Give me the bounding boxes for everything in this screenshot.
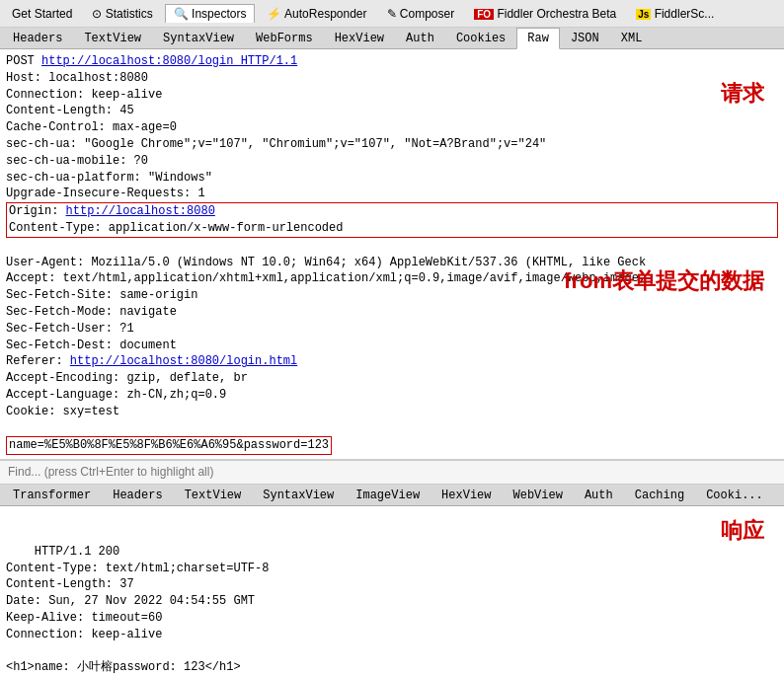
tab-syntaxview[interactable]: SyntaxView — [152, 28, 245, 48]
request-header-cache-control: Cache-Control: max-age=0 — [6, 120, 177, 134]
request-first-line: POST http://localhost:8080/login HTTP/1.… — [6, 54, 297, 68]
request-url-link[interactable]: http://localhost:8080/login HTTP/1.1 — [41, 54, 297, 68]
response-tab-bar: Transformer Headers TextView SyntaxView … — [0, 485, 784, 506]
find-input[interactable] — [8, 465, 776, 479]
response-text: HTTP/1.1 200 Content-Type: text/html;cha… — [6, 545, 269, 675]
request-content[interactable]: POST http://localhost:8080/login HTTP/1.… — [0, 49, 784, 459]
request-highlighted-origin: Origin: http://localhost:8080 Content-Ty… — [6, 202, 778, 238]
request-header-sec-ch-ua-platform: sec-ch-ua-platform: "Windows" — [6, 171, 212, 185]
request-header-content-length: Content-Length: 45 — [6, 104, 134, 117]
request-header-accept: Accept: text/html,application/xhtml+xml,… — [6, 271, 646, 285]
annotation-request: 请求 — [721, 79, 764, 109]
request-body: name=%E5%B0%8F%E5%8F%B6%E6%A6%95&passwor… — [6, 436, 332, 455]
tab-cookies[interactable]: Cookies — [445, 28, 516, 48]
tab-hexview[interactable]: HexView — [324, 28, 395, 48]
tab-raw[interactable]: Raw — [516, 28, 560, 49]
tab-caching[interactable]: Caching — [624, 485, 695, 505]
request-header-user-agent: User-Agent: Mozilla/5.0 (Windows NT 10.0… — [6, 256, 646, 269]
statistics-button[interactable]: ⊙ Statistics — [84, 5, 160, 23]
tab-response-headers[interactable]: Headers — [102, 485, 173, 505]
request-header-sec-ch-ua-mobile: sec-ch-ua-mobile: ?0 — [6, 154, 148, 168]
annotation-response: 响应 — [721, 516, 764, 547]
request-header-accept-encoding: Accept-Encoding: gzip, deflate, br — [6, 371, 248, 385]
inspectors-button[interactable]: 🔍 Inspectors — [165, 4, 256, 23]
composer-icon: ✎ — [387, 7, 397, 21]
tab-webforms[interactable]: WebForms — [245, 28, 324, 48]
tab-response-hexview[interactable]: HexView — [431, 485, 502, 505]
tab-imageview[interactable]: ImageView — [345, 485, 431, 505]
request-header-sec-fetch-dest: Sec-Fetch-Dest: document — [6, 338, 177, 352]
request-panel: 请求 from表单提交的数据 POST http://localhost:808… — [0, 49, 784, 460]
request-tab-bar: Headers TextView SyntaxView WebForms Hex… — [0, 28, 784, 49]
inspectors-icon: 🔍 — [174, 7, 189, 21]
tab-transformer[interactable]: Transformer — [2, 485, 102, 505]
get-started-button[interactable]: Get Started — [4, 5, 80, 23]
tab-json[interactable]: JSON — [560, 28, 610, 48]
fiddlersc-icon: Js — [636, 9, 651, 20]
request-header-accept-language: Accept-Language: zh-CN,zh;q=0.9 — [6, 388, 226, 402]
tab-textview[interactable]: TextView — [73, 28, 152, 48]
autoresponder-icon: ⚡ — [267, 7, 281, 21]
fiddlersc-button[interactable]: Js FiddlerSc... — [628, 5, 722, 23]
tab-response-auth[interactable]: Auth — [574, 485, 624, 505]
request-header-host: Host: localhost:8080 — [6, 71, 148, 85]
request-header-connection: Connection: keep-alive — [6, 88, 162, 102]
request-header-upgrade: Upgrade-Insecure-Requests: 1 — [6, 187, 205, 200]
tab-response-syntaxview[interactable]: SyntaxView — [252, 485, 345, 505]
response-content[interactable]: 响应 HTTP/1.1 200 Content-Type: text/html;… — [0, 506, 784, 677]
request-header-sec-fetch-mode: Sec-Fetch-Mode: navigate — [6, 305, 177, 319]
request-header-sec-fetch-user: Sec-Fetch-User: ?1 — [6, 322, 134, 336]
tab-auth[interactable]: Auth — [395, 28, 445, 48]
autoresponder-button[interactable]: ⚡ AutoResponder — [259, 5, 374, 23]
fiddler-orchestra-button[interactable]: FO Fiddler Orchestra Beta — [466, 5, 624, 23]
response-panel: 响应 HTTP/1.1 200 Content-Type: text/html;… — [0, 506, 784, 677]
request-origin-link[interactable]: http://localhost:8080 — [66, 204, 215, 218]
request-referer-link[interactable]: http://localhost:8080/login.html — [70, 354, 297, 368]
tab-headers[interactable]: Headers — [2, 28, 73, 48]
fiddler-orchestra-icon: FO — [474, 9, 494, 20]
tab-response-textview[interactable]: TextView — [174, 485, 253, 505]
tab-webview[interactable]: WebView — [503, 485, 574, 505]
request-header-cookie: Cookie: sxy=test — [6, 405, 119, 418]
annotation-form: from表单提交的数据 — [564, 266, 764, 296]
tab-xml[interactable]: XML — [610, 28, 654, 48]
find-bar — [0, 460, 784, 485]
statistics-icon: ⊙ — [92, 7, 102, 21]
composer-button[interactable]: ✎ Composer — [379, 5, 463, 23]
tab-cooki[interactable]: Cooki... — [695, 485, 774, 505]
request-header-sec-fetch-site: Sec-Fetch-Site: same-origin — [6, 288, 197, 302]
request-header-referer: Referer: http://localhost:8080/login.htm… — [6, 354, 297, 368]
top-toolbar: Get Started ⊙ Statistics 🔍 Inspectors ⚡ … — [0, 0, 784, 28]
request-header-sec-ch-ua: sec-ch-ua: "Google Chrome";v="107", "Chr… — [6, 137, 546, 151]
